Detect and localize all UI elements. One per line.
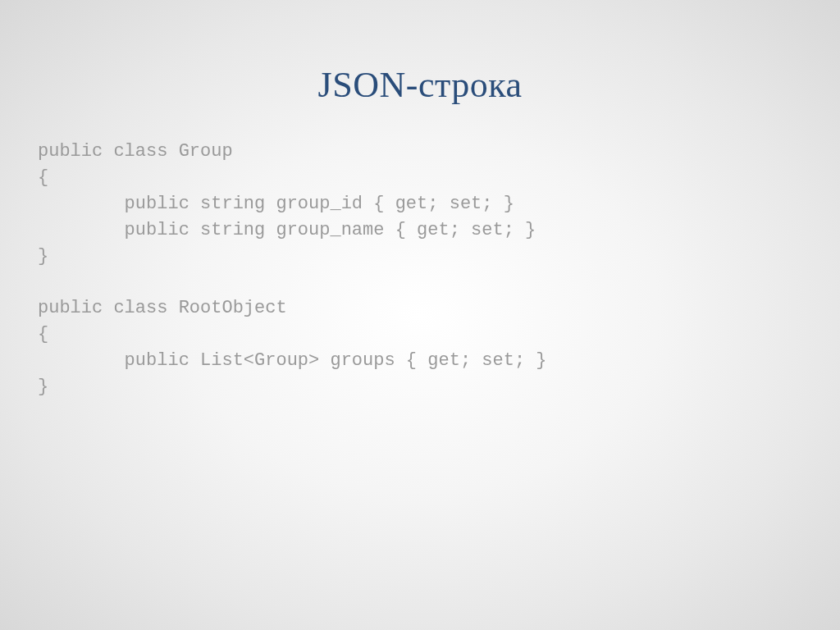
slide-container: JSON-строка public class Group { public … bbox=[0, 0, 840, 630]
slide-title: JSON-строка bbox=[0, 0, 840, 139]
code-block: public class Group { public string group… bbox=[0, 139, 840, 400]
